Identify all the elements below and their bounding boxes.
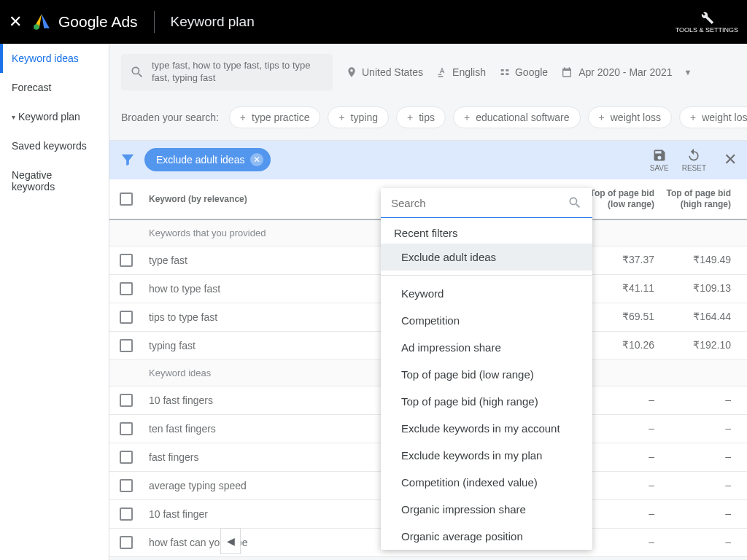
sidebar-item-keyword-ideas[interactable]: Keyword ideas bbox=[0, 44, 109, 73]
high-bid-cell: – bbox=[660, 536, 737, 549]
filter-option[interactable]: Top of page bid (high range) bbox=[381, 388, 592, 415]
filter-icon[interactable] bbox=[120, 152, 136, 168]
keyword-cell: ten fast fingers bbox=[142, 423, 266, 435]
filter-option[interactable]: Organic average position bbox=[381, 523, 592, 550]
close-icon[interactable]: ✕ bbox=[9, 12, 22, 31]
network-selector[interactable]: Google bbox=[499, 66, 548, 78]
filter-option-exclude-adult[interactable]: Exclude adult ideas bbox=[381, 244, 592, 271]
location-selector[interactable]: United States bbox=[346, 66, 423, 78]
keyword-cell: fast fingers bbox=[142, 451, 266, 463]
translate-icon bbox=[436, 66, 448, 78]
row-checkbox[interactable] bbox=[120, 339, 133, 352]
keyword-cell: how to type fast bbox=[142, 283, 266, 295]
low-bid-cell: – bbox=[584, 394, 660, 407]
svg-point-2 bbox=[34, 24, 39, 30]
keyword-cell: typing fast bbox=[142, 340, 266, 351]
reset-icon bbox=[686, 148, 701, 163]
sidebar-item-saved-keywords[interactable]: Saved keywords bbox=[0, 131, 109, 160]
broaden-chip[interactable]: +weight loss bbox=[588, 106, 672, 128]
sidebar-item-negative-keywords[interactable]: Negative keywords bbox=[0, 160, 109, 201]
remove-filter-icon[interactable]: ✕ bbox=[250, 153, 263, 166]
sidebar-item-forecast[interactable]: Forecast bbox=[0, 73, 109, 102]
plus-icon: + bbox=[690, 112, 696, 123]
tools-settings-button[interactable]: TOOLS & SETTINGS bbox=[676, 9, 738, 34]
high-bid-cell: ₹109.13 bbox=[660, 282, 737, 295]
low-bid-cell: ₹41.11 bbox=[584, 282, 660, 295]
save-button[interactable]: SAVE bbox=[650, 148, 669, 172]
sidebar: Keyword ideas Forecast ▾Keyword plan Sav… bbox=[0, 44, 109, 560]
low-bid-cell: – bbox=[584, 536, 660, 549]
low-bid-cell: – bbox=[584, 479, 660, 492]
row-checkbox[interactable] bbox=[120, 451, 133, 464]
plus-icon: + bbox=[464, 112, 470, 123]
filter-option[interactable]: Organic impression share bbox=[381, 496, 592, 523]
language-selector[interactable]: English bbox=[436, 66, 486, 78]
high-bid-cell: – bbox=[660, 508, 737, 521]
filter-option[interactable]: Top of page bid (low range) bbox=[381, 361, 592, 388]
filter-option[interactable]: Ad impression share bbox=[381, 334, 592, 361]
filter-option[interactable]: Competition (indexed value) bbox=[381, 469, 592, 496]
close-filter-bar-icon[interactable]: ✕ bbox=[724, 150, 737, 169]
row-checkbox[interactable] bbox=[120, 479, 133, 492]
date-range-picker[interactable]: Apr 2020 - Mar 2021 ▼ bbox=[561, 66, 692, 78]
row-checkbox[interactable] bbox=[120, 536, 133, 549]
tools-label: TOOLS & SETTINGS bbox=[676, 27, 738, 34]
high-bid-cell: – bbox=[660, 422, 737, 435]
broaden-chip[interactable]: +educational software bbox=[453, 106, 581, 128]
high-bid-cell: ₹164.44 bbox=[660, 311, 737, 324]
row-checkbox[interactable] bbox=[120, 282, 133, 295]
row-checkbox[interactable] bbox=[120, 311, 133, 324]
broaden-chip[interactable]: +type practice bbox=[229, 106, 321, 128]
plus-icon: + bbox=[407, 112, 413, 123]
broaden-chip[interactable]: +typing bbox=[328, 106, 389, 128]
sidebar-item-keyword-plan[interactable]: ▾Keyword plan bbox=[0, 102, 109, 131]
svg-marker-0 bbox=[42, 14, 50, 28]
plus-icon: + bbox=[599, 112, 605, 123]
brand-name: Google Ads bbox=[58, 13, 138, 31]
low-bid-cell: – bbox=[584, 508, 660, 521]
filter-search-input[interactable] bbox=[391, 197, 568, 209]
filter-option[interactable]: Competition bbox=[381, 307, 592, 334]
filter-option[interactable]: Keyword bbox=[381, 280, 592, 307]
low-bid-cell: – bbox=[584, 451, 660, 464]
low-bid-cell: – bbox=[584, 422, 660, 435]
keyword-cell: 10 fast finger bbox=[142, 508, 266, 520]
low-bid-cell: ₹69.51 bbox=[584, 311, 660, 324]
broaden-chip[interactable]: +weight loss diets bbox=[679, 106, 747, 128]
keyword-cell: how fast can you type bbox=[142, 537, 266, 548]
high-bid-cell: – bbox=[660, 451, 737, 464]
filter-option[interactable]: Exclude keywords in my account bbox=[381, 415, 592, 442]
broaden-row: Broaden your search: +type practice +typ… bbox=[109, 99, 747, 141]
network-icon bbox=[499, 66, 511, 78]
high-bid-cell: ₹149.49 bbox=[660, 254, 737, 267]
row-checkbox[interactable] bbox=[120, 508, 133, 521]
high-bid-cell: – bbox=[660, 394, 737, 407]
filter-option[interactable]: Exclude keywords in my plan bbox=[381, 442, 592, 469]
filter-dropdown-popup: Recent filters Exclude adult ideas Keywo… bbox=[381, 188, 592, 550]
reset-button[interactable]: RESET bbox=[682, 148, 706, 172]
collapse-sidebar-tab[interactable]: ◀ bbox=[220, 528, 241, 554]
calendar-icon bbox=[561, 66, 573, 78]
row-checkbox[interactable] bbox=[120, 254, 133, 267]
col-keyword-header[interactable]: Keyword (by relevance) bbox=[142, 194, 266, 204]
select-all-checkbox[interactable] bbox=[120, 192, 133, 206]
active-filter-pill[interactable]: Exclude adult ideas ✕ bbox=[144, 148, 271, 171]
col-high-bid-header[interactable]: Top of page bid (high range) bbox=[660, 188, 737, 210]
plus-icon: + bbox=[240, 112, 246, 123]
search-query-text: type fast, how to type fast, tips to typ… bbox=[152, 60, 324, 85]
keyword-cell: 10 fast fingers bbox=[142, 394, 266, 406]
keyword-cell: type fast bbox=[142, 254, 266, 266]
topbar-divider bbox=[154, 11, 155, 33]
page-title: Keyword plan bbox=[171, 14, 255, 30]
row-checkbox[interactable] bbox=[120, 422, 133, 435]
top-bar: ✕ Google Ads Keyword plan TOOLS & SETTIN… bbox=[0, 0, 747, 44]
row-checkbox[interactable] bbox=[120, 394, 133, 407]
broaden-chip[interactable]: +tips bbox=[396, 106, 446, 128]
filter-search-field[interactable] bbox=[381, 188, 592, 218]
col-low-bid-header[interactable]: Top of page bid (low range) bbox=[584, 188, 660, 210]
keyword-search-box[interactable]: type fast, how to type fast, tips to typ… bbox=[121, 54, 333, 90]
save-icon bbox=[652, 148, 667, 163]
low-bid-cell: ₹37.37 bbox=[584, 254, 660, 267]
caret-down-icon: ▾ bbox=[12, 113, 15, 121]
main-content: type fast, how to type fast, tips to typ… bbox=[109, 44, 747, 560]
